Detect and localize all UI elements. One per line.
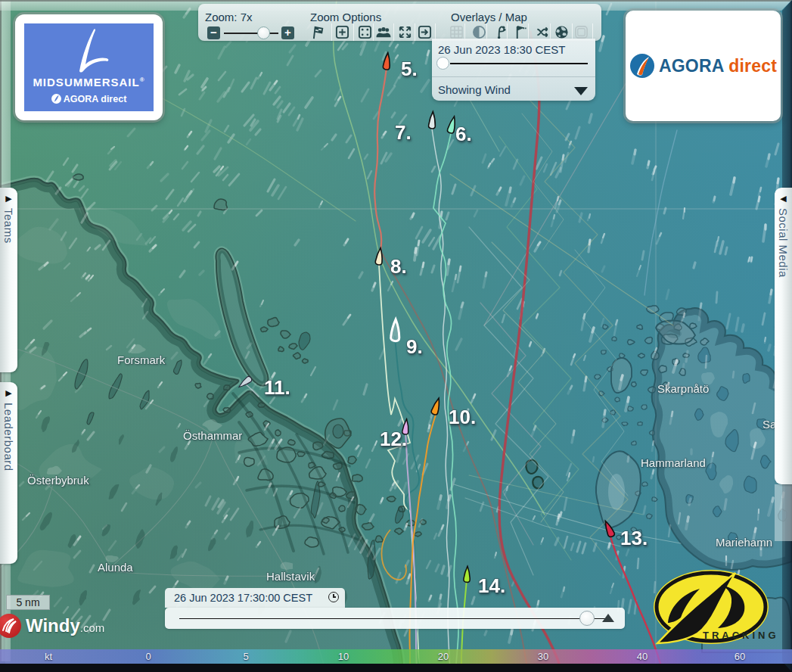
svg-text:Forsmark: Forsmark [117, 353, 166, 366]
svg-text:7.: 7. [395, 121, 412, 144]
svg-text:14.: 14. [478, 574, 505, 597]
svg-text:Alunda: Alunda [98, 561, 133, 574]
svg-text:TRACKING: TRACKING [703, 630, 779, 641]
svg-text:Hallstavik: Hallstavik [266, 570, 315, 583]
svg-text:Östhammar: Östhammar [183, 429, 242, 442]
svg-text:Österbybruk: Österbybruk [27, 474, 89, 487]
svg-text:11.: 11. [264, 376, 290, 399]
svg-text:9.: 9. [406, 335, 423, 358]
svg-text:6.: 6. [455, 123, 472, 145]
svg-text:Mariehamn: Mariehamn [716, 536, 772, 549]
svg-text:12.: 12. [380, 428, 407, 450]
svg-text:8.: 8. [390, 255, 407, 278]
svg-text:Hammarland: Hammarland [641, 456, 706, 469]
svg-text:Skarpnåtö: Skarpnåtö [657, 382, 709, 395]
svg-text:10.: 10. [449, 406, 476, 428]
svg-text:5.: 5. [401, 58, 418, 80]
svg-text:13.: 13. [620, 527, 648, 549]
